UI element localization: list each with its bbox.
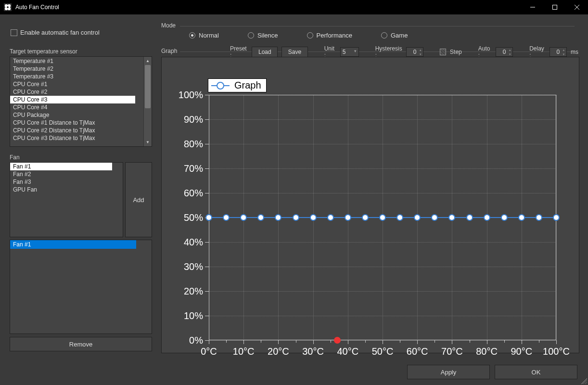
curve-point[interactable] [293, 214, 299, 221]
radio-icon [248, 32, 254, 38]
curve-point[interactable] [205, 214, 212, 221]
sensor-item[interactable]: Temperature #1 [10, 57, 143, 65]
radio-icon [189, 32, 195, 38]
x-tick-label: 0°C [194, 346, 223, 357]
sensor-list-label: Target temperature sensor [10, 48, 77, 55]
x-tick-label: 60°C [403, 346, 432, 357]
curve-point[interactable] [310, 214, 317, 221]
curve-point[interactable] [414, 214, 421, 221]
fan-item[interactable]: Fan #3 [10, 178, 123, 186]
y-tick-label: 10% [174, 310, 203, 321]
scroll-thumb[interactable] [145, 65, 151, 108]
assigned-fan-item[interactable]: Fan #1 [10, 240, 136, 249]
fan-item[interactable]: GPU Fan [10, 186, 123, 193]
curve-point[interactable] [553, 214, 560, 221]
y-tick-label: 50% [174, 212, 203, 223]
temperature-cursor [334, 337, 341, 344]
auto-input[interactable]: 0▲▼ [496, 47, 513, 57]
sensor-item[interactable]: CPU Core #2 Distance to TjMax [10, 127, 143, 134]
apply-button[interactable]: Apply [407, 365, 490, 379]
curve-point[interactable] [362, 214, 369, 221]
minimize-button[interactable] [522, 0, 544, 14]
close-button[interactable] [566, 0, 588, 14]
curve-point[interactable] [431, 214, 438, 221]
checkbox-icon[interactable] [11, 29, 17, 36]
y-tick-label: 80% [174, 139, 203, 150]
graph-group-label: Graph [161, 48, 177, 54]
y-tick-label: 70% [174, 163, 203, 174]
chart-legend: Graph [208, 78, 267, 92]
mode-radio-game[interactable]: Game [381, 32, 408, 39]
preset-load-button[interactable]: Load [252, 47, 278, 57]
mode-radio-performance[interactable]: Performance [307, 32, 352, 39]
enable-auto-fan-control[interactable]: Enable automatic fan control [11, 29, 100, 36]
titlebar: Auto Fan Control [0, 0, 588, 14]
sensor-item[interactable]: CPU Core #1 [10, 80, 143, 88]
x-tick-label: 70°C [437, 346, 466, 357]
curve-point[interactable] [275, 214, 281, 221]
hysteresis-input[interactable]: 0▲▼ [406, 47, 423, 57]
fan-select-listbox[interactable]: Fan #1Fan #2Fan #3GPU Fan [10, 162, 123, 237]
x-tick-label: 40°C [333, 346, 362, 357]
sensor-scrollbar[interactable]: ▲ ▼ [143, 57, 152, 146]
x-tick-label: 90°C [507, 346, 536, 357]
sensor-item[interactable]: CPU Core #2 [10, 88, 143, 96]
sensor-item[interactable]: CPU Core #1 Distance to TjMax [10, 119, 143, 127]
x-tick-label: 20°C [264, 346, 293, 357]
remove-button[interactable]: Remove [10, 337, 152, 351]
add-button[interactable]: Add [125, 162, 152, 237]
y-tick-label: 30% [174, 261, 203, 272]
mode-radio-normal[interactable]: Normal [189, 32, 219, 39]
mode-radio-silence[interactable]: Silence [248, 32, 278, 39]
delay-unit-label: ms [571, 49, 578, 55]
maximize-button[interactable] [544, 0, 566, 14]
sensor-item[interactable]: Temperature #2 [10, 65, 143, 73]
assigned-fan-listbox[interactable]: Fan #1 [10, 240, 152, 334]
graph-toolbar: Preset : Load Save Unit : 5 Hysteresis :… [230, 46, 578, 58]
sensor-item[interactable]: CPU Core #3 [10, 96, 135, 103]
curve-point[interactable] [501, 214, 508, 221]
y-tick-label: 20% [174, 286, 203, 297]
curve-point[interactable] [396, 214, 403, 221]
curve-point[interactable] [379, 214, 386, 221]
scroll-up-icon[interactable]: ▲ [144, 57, 152, 65]
legend-line-marker-icon [211, 85, 230, 86]
sensor-item[interactable]: CPU Core #4 [10, 103, 143, 111]
x-tick-label: 10°C [229, 346, 258, 357]
sensor-item[interactable]: CPU Package [10, 111, 143, 119]
y-tick-label: 0% [174, 335, 203, 346]
delay-input[interactable]: 0▲▼ [550, 47, 567, 57]
curve-point[interactable] [240, 214, 247, 221]
scroll-down-icon[interactable]: ▼ [144, 138, 152, 146]
preset-save-button[interactable]: Save [281, 47, 307, 57]
curve-point[interactable] [345, 214, 351, 221]
x-tick-label: 30°C [299, 346, 328, 357]
sensor-item[interactable]: CPU Core #3 Distance to TjMax [10, 134, 143, 141]
unit-select[interactable]: 5 [340, 47, 359, 57]
sensor-listbox[interactable]: Temperature #1Temperature #2Temperature … [10, 56, 152, 147]
curve-point[interactable] [484, 214, 490, 221]
mode-radio-group: NormalSilencePerformanceGame [189, 32, 408, 39]
mode-divider [180, 26, 575, 26]
step-checkbox[interactable] [440, 49, 446, 55]
x-tick-label: 100°C [542, 346, 571, 357]
fan-item[interactable]: Fan #2 [10, 170, 123, 178]
ok-button[interactable]: OK [495, 365, 577, 379]
fan-list-label: Fan [10, 154, 20, 161]
curve-point[interactable] [448, 214, 455, 221]
resize-grip-icon[interactable] [581, 378, 587, 384]
curve-point[interactable] [223, 214, 230, 221]
curve-point[interactable] [466, 214, 473, 221]
x-tick-label: 80°C [473, 346, 501, 357]
curve-point[interactable] [536, 214, 542, 221]
curve-point[interactable] [257, 214, 264, 221]
sensor-item[interactable]: Temperature #3 [10, 73, 143, 80]
step-label: Step [450, 49, 462, 55]
window-title: Auto Fan Control [15, 4, 522, 11]
y-tick-label: 40% [174, 237, 203, 248]
curve-point[interactable] [327, 214, 334, 221]
curve-point[interactable] [518, 214, 525, 221]
fan-curve-chart[interactable]: 0°C10°C20°C30°C40°C50°C60°C70°C80°C90°C1… [161, 57, 579, 353]
fan-item[interactable]: Fan #1 [10, 163, 112, 170]
y-tick-label: 100% [174, 90, 203, 101]
